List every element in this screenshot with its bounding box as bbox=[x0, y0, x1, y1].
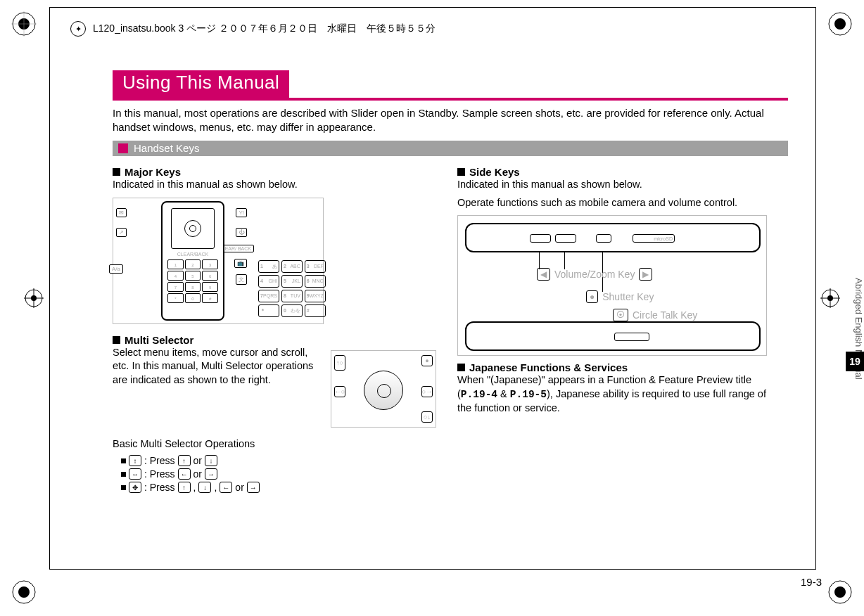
side-keys-text-1: Indicated in this manual as shown below. bbox=[457, 178, 781, 192]
figure-major-keys: ✉ ↗ A/a Y! ⏻ CLEAR/ BACK 📺 文 CLEAR/BACK … bbox=[113, 198, 324, 324]
basic-ops-head: Basic Multi Selector Operations bbox=[113, 437, 436, 451]
print-job-text: L120_insatsu.book 3 ページ ２００７年６月２０日 水曜日 午… bbox=[93, 23, 436, 35]
down-key-icon: ↓ bbox=[198, 482, 211, 493]
page-ref: P.19-4 bbox=[461, 389, 497, 400]
lead-line bbox=[539, 252, 540, 269]
section-handset-keys: Handset Keys bbox=[113, 141, 788, 156]
tv-key-icon: 📺 bbox=[234, 259, 247, 268]
leftright-key-icon: ↔ bbox=[129, 468, 141, 480]
intro-text: In this manual, most operations are desc… bbox=[113, 106, 788, 134]
vol-left-key-icon: ◀ bbox=[537, 268, 550, 281]
page-ref: P.19-5 bbox=[510, 389, 547, 400]
title-row: Using This Manual bbox=[113, 70, 788, 101]
registration-side-icon bbox=[820, 288, 840, 308]
vol-down-slot bbox=[530, 234, 551, 243]
shutter-label: ● Shutter Key bbox=[586, 290, 654, 303]
list-item: ✥ : Press ↑ , ↓ , ← or → bbox=[121, 482, 436, 493]
down-key-icon: ↓ bbox=[205, 455, 217, 466]
registration-mark-icon bbox=[827, 579, 853, 605]
japanese-functions-text: When "(Japanese)" appears in a Function … bbox=[457, 373, 781, 416]
chapter-tab: 19 bbox=[846, 352, 864, 371]
handset-bottom-edge bbox=[465, 321, 761, 351]
handset-outline: CLEAR/BACK 123 456 789 *0# bbox=[161, 201, 224, 321]
shutter-slot bbox=[596, 234, 611, 243]
right-key-icon: → bbox=[205, 468, 217, 480]
side-keys-text-2: Operate functions such as mobile camera … bbox=[457, 196, 781, 210]
vol-up-slot bbox=[555, 234, 576, 243]
svg-point-3 bbox=[834, 18, 846, 30]
registration-mark-icon bbox=[827, 11, 853, 37]
japanese-functions-head: Japanese Functions & Services bbox=[457, 361, 781, 373]
handset-top-edge: microSD bbox=[465, 223, 761, 252]
lead-line bbox=[564, 252, 565, 269]
right-key-icon: → bbox=[247, 482, 260, 493]
circle-talk-label: ⦿ Circle Talk Key bbox=[613, 309, 697, 321]
bullet-icon bbox=[121, 485, 126, 490]
mail-key-icon: ✉ bbox=[116, 208, 127, 217]
joystick-icon bbox=[184, 220, 201, 237]
registration-mark-icon bbox=[11, 11, 37, 37]
bullet-icon bbox=[121, 458, 126, 463]
allway-key-icon: ✥ bbox=[129, 482, 141, 493]
section-label: Handset Keys bbox=[134, 142, 199, 154]
shutter-key-icon: ● bbox=[586, 290, 598, 303]
up-key-icon: ↑ bbox=[178, 455, 191, 466]
microsd-slot: microSD bbox=[633, 234, 675, 243]
page-number: 19-3 bbox=[801, 576, 822, 588]
svg-point-7 bbox=[834, 586, 846, 598]
print-job-header: ✦ L120_insatsu.book 3 ページ ２００７年６月２０日 水曜日… bbox=[70, 21, 436, 37]
page-title: Using This Manual bbox=[113, 70, 289, 98]
major-keys-text: Indicated in this manual as shown below. bbox=[113, 178, 436, 192]
side-keys-head: Side Keys bbox=[457, 166, 781, 178]
aa-key-icon: A/a bbox=[109, 264, 123, 274]
down-key-icon: ○↓ bbox=[421, 411, 433, 423]
volume-zoom-label: ◀ Volume/Zoom Key ▶ bbox=[537, 268, 652, 281]
svg-point-15 bbox=[827, 295, 833, 301]
major-keys-head: Major Keys bbox=[113, 166, 436, 178]
call-key-icon: ↗ bbox=[116, 228, 127, 237]
vol-right-key-icon: ▶ bbox=[639, 268, 652, 281]
left-key-icon: ←○ bbox=[334, 386, 345, 397]
basic-ops-list: ↕ : Press ↑ or ↓ ↔ : Press ← or → ✥ bbox=[121, 455, 436, 493]
nav-area bbox=[171, 208, 215, 249]
left-key-icon: ← bbox=[178, 468, 191, 480]
svg-point-5 bbox=[18, 586, 30, 598]
registration-side-icon bbox=[24, 288, 44, 308]
right-column: Side Keys Indicated in this manual as sh… bbox=[457, 162, 781, 495]
multi-selector-head: Multi Selector bbox=[113, 334, 436, 346]
page-content: Using This Manual In this manual, most o… bbox=[113, 70, 788, 495]
registration-mark-icon bbox=[11, 579, 37, 605]
list-item: ↕ : Press ↑ or ↓ bbox=[121, 455, 436, 466]
right-key-icon: ○→ bbox=[421, 386, 433, 397]
figure-side-keys: microSD ◀ Volume/Zoom Key ▶ ● Shutter Ke… bbox=[457, 215, 767, 356]
left-column: Major Keys Indicated in this manual as s… bbox=[113, 162, 436, 495]
center-key-icon: ● bbox=[421, 355, 433, 366]
keypad-enlarged: 1あ2ABC3DEF 4GHI5JKL6MNO 7PQRS8TUV9WXYZ ＊… bbox=[258, 260, 326, 317]
keypad: 123 456 789 *0# bbox=[167, 259, 218, 303]
power-key-icon: ⏻ bbox=[236, 228, 247, 237]
mode-key-icon: 文 bbox=[236, 274, 247, 285]
figure-multi-selector: ↑○ ←○ ● ○→ ○↓ bbox=[331, 350, 436, 428]
svg-point-11 bbox=[31, 295, 37, 301]
circle-talk-key-icon: ⦿ bbox=[613, 309, 628, 321]
framemaker-icon: ✦ bbox=[70, 21, 86, 37]
y-key-icon: Y! bbox=[236, 208, 247, 217]
bullet-icon bbox=[121, 472, 126, 477]
up-key-icon: ↑ bbox=[178, 482, 191, 493]
list-item: ↔ : Press ← or → bbox=[121, 468, 436, 480]
left-key-icon: ← bbox=[220, 482, 232, 493]
circle-talk-slot bbox=[614, 333, 649, 341]
updown-key-icon: ↕ bbox=[129, 455, 141, 466]
clear-back-label: CLEAR/BACK bbox=[163, 252, 223, 257]
up-key-icon: ↑○ bbox=[334, 355, 345, 371]
selector-ring-icon bbox=[364, 371, 403, 410]
